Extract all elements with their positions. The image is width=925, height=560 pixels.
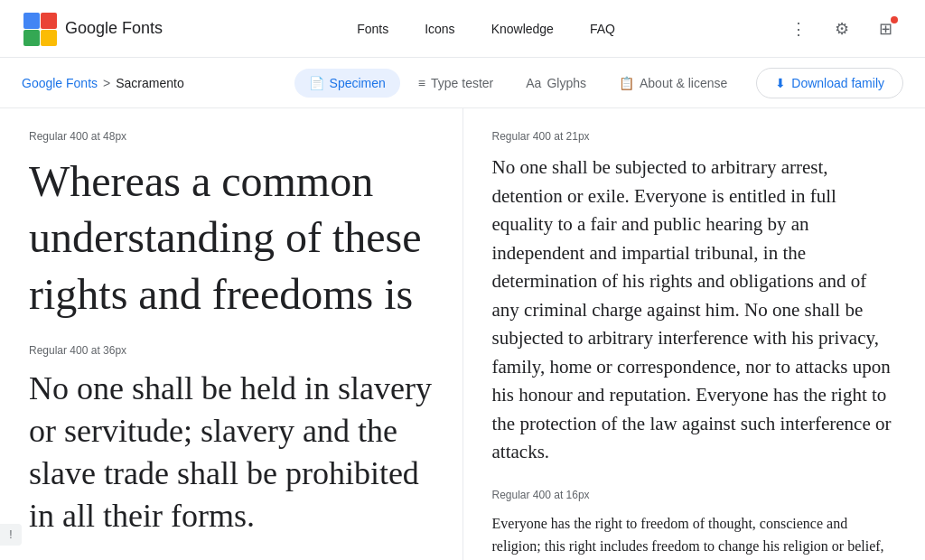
specimen-text-21: No one shall be subjected to arbitrary a… bbox=[492, 154, 897, 467]
svg-rect-3 bbox=[41, 30, 57, 46]
specimen-text-36: No one shall be held in slavery or servi… bbox=[29, 368, 434, 537]
nav-faq[interactable]: FAQ bbox=[575, 14, 630, 43]
tab-bar: 📄 Specimen ≡ Type tester Aa Glyphs 📋 Abo… bbox=[294, 69, 743, 98]
feedback-icon: ! bbox=[9, 528, 12, 541]
grid-icon: ⊞ bbox=[879, 19, 892, 39]
tab-about[interactable]: 📋 About & license bbox=[604, 69, 742, 98]
breadcrumb-separator: > bbox=[103, 76, 110, 90]
more-vert-icon: ⋮ bbox=[790, 19, 807, 39]
settings-button[interactable]: ⚙ bbox=[824, 11, 860, 47]
tab-glyphs[interactable]: Aa Glyphs bbox=[511, 69, 601, 98]
header: Google Fonts Fonts Icons Knowledge FAQ ⋮… bbox=[0, 0, 925, 58]
type-tester-icon: ≡ bbox=[418, 76, 425, 90]
main-nav: Fonts Icons Knowledge FAQ bbox=[192, 14, 780, 43]
header-actions: ⋮ ⚙ ⊞ bbox=[780, 11, 903, 47]
specimen-text-16: Everyone has the right to freedom of tho… bbox=[492, 512, 897, 561]
logo-link[interactable]: Google Fonts bbox=[22, 11, 163, 47]
left-column: Regular 400 at 48px Whereas a common und… bbox=[0, 108, 463, 560]
tab-specimen[interactable]: 📄 Specimen bbox=[294, 69, 400, 98]
download-family-button[interactable]: ⬇ Download family bbox=[756, 68, 903, 98]
breadcrumb-parent-link[interactable]: Google Fonts bbox=[22, 76, 98, 90]
svg-rect-1 bbox=[41, 13, 57, 29]
nav-icons[interactable]: Icons bbox=[410, 14, 469, 43]
specimen-label-36: Regular 400 at 36px bbox=[29, 344, 434, 357]
download-icon: ⬇ bbox=[775, 76, 786, 90]
feedback-button[interactable]: ! bbox=[0, 524, 22, 546]
breadcrumb-current: Sacramento bbox=[116, 76, 183, 90]
logo-text: Google Fonts bbox=[65, 19, 163, 38]
specimen-text-48: Whereas a common understanding of these … bbox=[29, 154, 434, 322]
main-content: Regular 400 at 48px Whereas a common und… bbox=[0, 108, 925, 560]
svg-rect-0 bbox=[23, 13, 40, 29]
apps-button[interactable]: ⊞ bbox=[867, 11, 903, 47]
google-logo-icon bbox=[22, 11, 58, 47]
nav-knowledge[interactable]: Knowledge bbox=[477, 14, 568, 43]
nav-fonts[interactable]: Fonts bbox=[342, 14, 403, 43]
specimen-label-16: Regular 400 at 16px bbox=[492, 489, 897, 501]
subheader: Google Fonts > Sacramento 📄 Specimen ≡ T… bbox=[0, 58, 925, 108]
breadcrumb: Google Fonts > Sacramento bbox=[22, 76, 184, 90]
right-column: Regular 400 at 21px No one shall be subj… bbox=[463, 108, 926, 560]
tab-type-tester[interactable]: ≡ Type tester bbox=[404, 69, 508, 98]
specimen-label-48: Regular 400 at 48px bbox=[29, 130, 434, 143]
about-icon: 📋 bbox=[619, 76, 634, 90]
notification-dot bbox=[891, 16, 898, 23]
glyphs-icon: Aa bbox=[526, 76, 541, 90]
specimen-label-21: Regular 400 at 21px bbox=[492, 130, 897, 143]
more-options-button[interactable]: ⋮ bbox=[780, 11, 817, 47]
specimen-icon: 📄 bbox=[309, 76, 324, 90]
settings-icon: ⚙ bbox=[835, 19, 849, 39]
svg-rect-2 bbox=[23, 30, 40, 46]
